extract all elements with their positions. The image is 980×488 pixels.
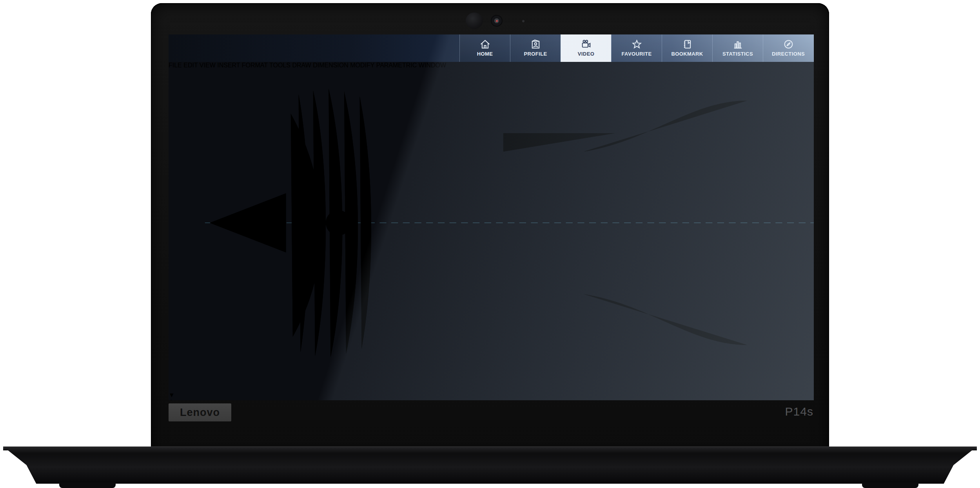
nav-label: DIRECTIONS <box>772 51 805 57</box>
microphone-hole <box>522 20 524 22</box>
laptop-lid: Lenovo P14s HOME PROFILE VIDEO <box>151 3 829 462</box>
profile-icon <box>530 40 541 49</box>
menu-dimension[interactable]: DIMENSION <box>313 62 348 69</box>
bar-chart-icon <box>733 40 743 49</box>
jet-engine-wireframe <box>169 56 814 390</box>
nav-label: FAVOURITE <box>621 51 652 57</box>
webcam <box>431 12 549 30</box>
tool-palette-header[interactable]: ▼ <box>169 392 814 399</box>
chevron-down-icon: ▼ <box>169 392 175 398</box>
menu-bar: FILE EDIT VIEW INSERT FORMAT TOOLS DRAW … <box>169 62 814 81</box>
model-label: P14s <box>785 405 813 418</box>
node-edit-icon: ✚ <box>169 399 174 400</box>
menu-view[interactable]: VIEW <box>200 62 216 69</box>
nav-label: PROFILE <box>524 51 547 57</box>
menu-modify[interactable]: MODIFY <box>350 62 374 69</box>
menu-format[interactable]: FORMAT <box>242 62 268 69</box>
menu-parametric[interactable]: PARAMETRIC <box>376 62 417 69</box>
brand-logo: Lenovo <box>169 403 231 421</box>
nav-favourite-button[interactable]: FAVOURITE <box>611 34 662 62</box>
nav-bookmark-button[interactable]: BOOKMARK <box>662 34 712 62</box>
node-edit-tool[interactable]: ✚ <box>169 399 814 400</box>
nav-label: VIDEO <box>578 51 594 57</box>
nav-home-button[interactable]: HOME <box>459 34 510 62</box>
laptop-foot <box>59 483 116 488</box>
nav-label: HOME <box>477 51 493 57</box>
menu-draw[interactable]: DRAW <box>292 62 311 69</box>
drawing-canvas[interactable]: ▼ ✚▤↶↷╱∩≀∿○▭⊙▨▣▱⚑✎▧◫✛↻◿▰▦⊞↔⊥ <box>169 56 814 400</box>
menu-insert[interactable]: INSERT <box>217 62 240 69</box>
webcam-shutter <box>466 13 483 29</box>
nav-label: STATISTICS <box>722 51 753 57</box>
nav-label: BOOKMARK <box>671 51 703 57</box>
nav-directions-button[interactable]: DIRECTIONS <box>763 34 814 62</box>
tool-palette: ▼ ✚▤↶↷╱∩≀∿○▭⊙▨▣▱⚑✎▧◫✛↻◿▰▦⊞↔⊥ <box>169 392 814 400</box>
menu-window[interactable]: WINDOW <box>419 62 446 69</box>
top-navbar: HOME PROFILE VIDEO FAVOURITE <box>169 34 814 62</box>
webcam-led <box>496 20 498 22</box>
tool-palette-grid: ✚▤↶↷╱∩≀∿○▭⊙▨▣▱⚑✎▧◫✛↻◿▰▦⊞↔⊥ <box>169 399 814 400</box>
laptop-foot <box>862 483 918 488</box>
bookmark-icon <box>682 40 693 49</box>
menu-edit[interactable]: EDIT <box>183 62 198 69</box>
menu-file[interactable]: FILE <box>169 62 182 69</box>
video-camera-icon <box>581 40 592 49</box>
laptop-product-photo: Lenovo P14s HOME PROFILE VIDEO <box>0 0 980 488</box>
nav-video-button[interactable]: VIDEO <box>561 34 611 62</box>
nav-profile-button[interactable]: PROFILE <box>510 34 561 62</box>
star-icon <box>632 40 642 49</box>
home-icon <box>480 40 490 49</box>
menu-tools[interactable]: TOOLS <box>269 62 290 69</box>
nav-statistics-button[interactable]: STATISTICS <box>712 34 763 62</box>
laptop-base <box>3 446 977 484</box>
screen: HOME PROFILE VIDEO FAVOURITE <box>169 34 814 400</box>
compass-icon <box>783 40 794 49</box>
